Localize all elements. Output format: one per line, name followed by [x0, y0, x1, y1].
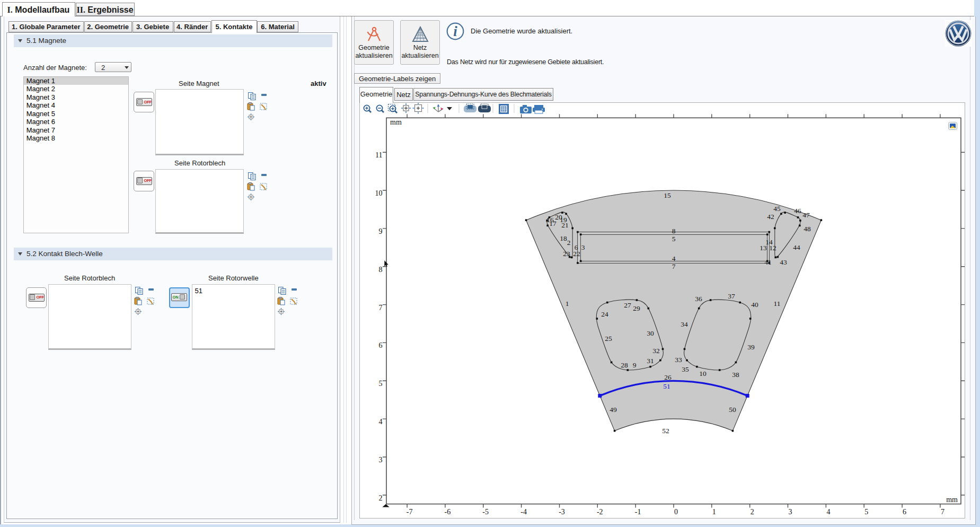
- svg-text:39: 39: [747, 343, 755, 351]
- svg-text:10: 10: [375, 189, 383, 197]
- svg-text:32: 32: [652, 347, 660, 355]
- svg-text:21: 21: [561, 221, 569, 229]
- svg-text:22: 22: [573, 250, 580, 258]
- svg-text:2: 2: [379, 494, 383, 502]
- svg-text:34: 34: [681, 320, 688, 328]
- svg-text:-6: -6: [445, 508, 451, 516]
- svg-text:3: 3: [581, 243, 585, 251]
- svg-text:10: 10: [699, 370, 707, 377]
- svg-text:7: 7: [672, 262, 676, 270]
- svg-text:5: 5: [379, 380, 383, 388]
- svg-text:-4: -4: [520, 508, 527, 516]
- svg-text:31: 31: [647, 357, 654, 365]
- svg-text:-3: -3: [559, 508, 565, 516]
- svg-text:1: 1: [566, 300, 569, 308]
- svg-text:27: 27: [624, 301, 631, 309]
- svg-text:46: 46: [794, 207, 801, 215]
- svg-text:-7: -7: [407, 508, 413, 516]
- svg-text:4: 4: [672, 254, 676, 262]
- svg-text:1: 1: [712, 508, 716, 516]
- svg-text:51: 51: [663, 382, 670, 390]
- svg-text:-5: -5: [482, 508, 489, 516]
- svg-text:36: 36: [695, 295, 702, 303]
- svg-text:17: 17: [549, 219, 557, 227]
- svg-text:9: 9: [379, 227, 383, 235]
- svg-text:11: 11: [774, 300, 781, 308]
- svg-text:-1: -1: [635, 508, 641, 516]
- svg-text:50: 50: [729, 406, 736, 414]
- svg-text:5: 5: [864, 508, 868, 516]
- svg-text:52: 52: [662, 427, 669, 435]
- svg-text:15: 15: [664, 191, 671, 199]
- svg-text:0: 0: [674, 508, 678, 516]
- svg-text:25: 25: [605, 335, 612, 342]
- svg-text:24: 24: [601, 310, 608, 318]
- svg-text:3: 3: [379, 456, 383, 464]
- svg-text:48: 48: [804, 225, 811, 233]
- svg-text:4: 4: [826, 508, 830, 516]
- svg-text:8: 8: [379, 266, 383, 274]
- svg-text:49: 49: [610, 406, 617, 414]
- svg-text:23: 23: [563, 250, 570, 258]
- svg-text:i: i: [453, 23, 457, 39]
- svg-text:14: 14: [765, 238, 773, 246]
- svg-text:mm: mm: [946, 496, 958, 504]
- svg-text:6: 6: [379, 341, 383, 349]
- svg-text:3: 3: [789, 508, 792, 516]
- svg-text:8: 8: [672, 227, 676, 235]
- svg-text:2: 2: [751, 508, 754, 516]
- svg-text:26: 26: [664, 373, 672, 381]
- svg-text:41: 41: [764, 258, 772, 266]
- svg-text:9: 9: [633, 361, 637, 369]
- svg-text:mm: mm: [390, 118, 402, 126]
- svg-text:45: 45: [773, 205, 781, 213]
- svg-text:42: 42: [767, 213, 774, 221]
- svg-text:5: 5: [672, 235, 676, 243]
- svg-text:47: 47: [802, 211, 810, 219]
- svg-text:4: 4: [379, 418, 383, 426]
- svg-text:2: 2: [567, 239, 571, 247]
- svg-text:33: 33: [675, 356, 682, 364]
- svg-text:7: 7: [379, 304, 383, 312]
- svg-text:-2: -2: [597, 508, 603, 516]
- svg-text:7: 7: [941, 508, 944, 516]
- svg-text:28: 28: [621, 361, 628, 369]
- svg-text:30: 30: [647, 329, 654, 337]
- svg-text:11: 11: [375, 151, 382, 159]
- svg-text:29: 29: [633, 304, 640, 312]
- svg-text:35: 35: [682, 365, 689, 373]
- svg-text:43: 43: [780, 258, 787, 266]
- svg-text:18: 18: [560, 234, 567, 242]
- svg-text:40: 40: [751, 301, 758, 309]
- svg-text:37: 37: [728, 292, 735, 300]
- svg-text:44: 44: [793, 243, 800, 251]
- svg-text:38: 38: [732, 371, 739, 379]
- svg-text:6: 6: [903, 508, 906, 516]
